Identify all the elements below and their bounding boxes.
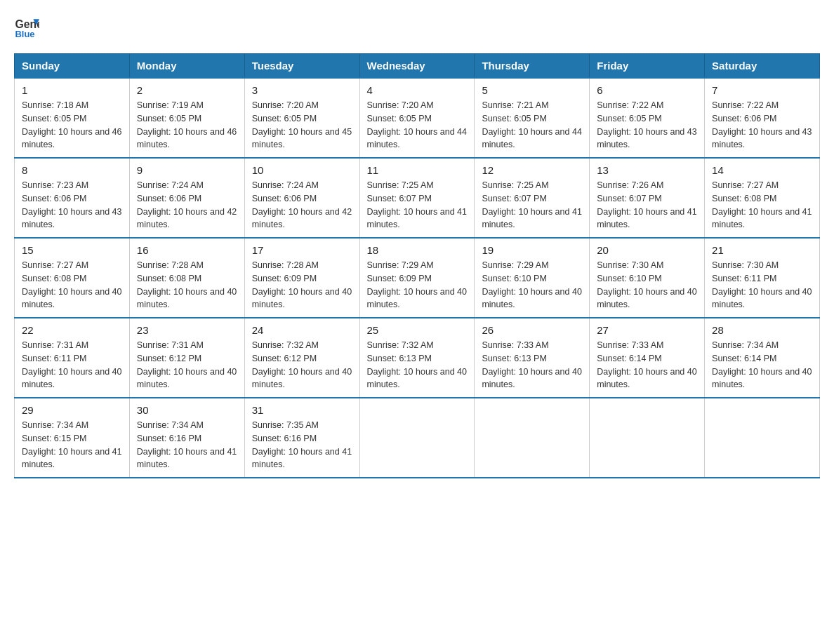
calendar-cell: 17 Sunrise: 7:28 AMSunset: 6:09 PMDaylig… [244,238,359,318]
day-number: 19 [482,244,582,256]
svg-text:Blue: Blue [15,29,34,39]
page-header: General Blue [14,14,820,39]
calendar-week-row: 22 Sunrise: 7:31 AMSunset: 6:11 PMDaylig… [15,318,820,398]
day-info: Sunrise: 7:32 AMSunset: 6:13 PMDaylight:… [367,340,467,389]
calendar-cell: 15 Sunrise: 7:27 AMSunset: 6:08 PMDaylig… [15,238,130,318]
day-info: Sunrise: 7:25 AMSunset: 6:07 PMDaylight:… [367,180,467,229]
day-number: 25 [367,324,468,336]
day-info: Sunrise: 7:33 AMSunset: 6:14 PMDaylight:… [597,340,696,389]
day-number: 15 [22,244,122,256]
weekday-header-wednesday: Wednesday [359,54,475,79]
calendar-cell: 10 Sunrise: 7:24 AMSunset: 6:06 PMDaylig… [244,158,359,238]
calendar-week-row: 8 Sunrise: 7:23 AMSunset: 6:06 PMDayligh… [15,158,820,238]
logo-icon: General Blue [14,14,39,39]
day-number: 21 [712,244,812,256]
day-info: Sunrise: 7:30 AMSunset: 6:10 PMDaylight:… [597,260,696,309]
day-number: 10 [252,164,352,176]
day-info: Sunrise: 7:20 AMSunset: 6:05 PMDaylight:… [252,100,352,149]
calendar-cell: 13 Sunrise: 7:26 AMSunset: 6:07 PMDaylig… [590,158,705,238]
calendar-cell [590,398,705,478]
calendar-cell: 27 Sunrise: 7:33 AMSunset: 6:14 PMDaylig… [590,318,705,398]
calendar-cell: 11 Sunrise: 7:25 AMSunset: 6:07 PMDaylig… [359,158,475,238]
day-number: 14 [712,164,812,176]
weekday-header-sunday: Sunday [15,54,130,79]
calendar-cell: 16 Sunrise: 7:28 AMSunset: 6:08 PMDaylig… [129,238,244,318]
day-number: 7 [712,84,812,96]
day-number: 3 [252,84,352,96]
calendar-week-row: 1 Sunrise: 7:18 AMSunset: 6:05 PMDayligh… [15,78,820,158]
weekday-header-tuesday: Tuesday [244,54,359,79]
day-number: 18 [367,244,468,256]
day-info: Sunrise: 7:24 AMSunset: 6:06 PMDaylight:… [137,180,237,229]
day-number: 30 [137,404,237,416]
day-number: 29 [22,404,122,416]
calendar-cell: 7 Sunrise: 7:22 AMSunset: 6:06 PMDayligh… [705,78,820,158]
calendar-cell: 25 Sunrise: 7:32 AMSunset: 6:13 PMDaylig… [359,318,475,398]
calendar-cell: 2 Sunrise: 7:19 AMSunset: 6:05 PMDayligh… [129,78,244,158]
calendar-week-row: 15 Sunrise: 7:27 AMSunset: 6:08 PMDaylig… [15,238,820,318]
day-info: Sunrise: 7:33 AMSunset: 6:13 PMDaylight:… [482,340,581,389]
calendar-cell: 29 Sunrise: 7:34 AMSunset: 6:15 PMDaylig… [15,398,130,478]
calendar-cell: 5 Sunrise: 7:21 AMSunset: 6:05 PMDayligh… [475,78,590,158]
day-number: 27 [597,324,697,336]
day-info: Sunrise: 7:34 AMSunset: 6:16 PMDaylight:… [137,420,237,469]
day-info: Sunrise: 7:24 AMSunset: 6:06 PMDaylight:… [252,180,352,229]
calendar-cell: 30 Sunrise: 7:34 AMSunset: 6:16 PMDaylig… [129,398,244,478]
calendar-cell [475,398,590,478]
day-number: 4 [367,84,468,96]
calendar-cell: 14 Sunrise: 7:27 AMSunset: 6:08 PMDaylig… [705,158,820,238]
weekday-header-saturday: Saturday [705,54,820,79]
calendar-cell: 24 Sunrise: 7:32 AMSunset: 6:12 PMDaylig… [244,318,359,398]
day-number: 8 [22,164,122,176]
day-number: 6 [597,84,697,96]
calendar-cell: 23 Sunrise: 7:31 AMSunset: 6:12 PMDaylig… [129,318,244,398]
day-number: 5 [482,84,582,96]
calendar-cell: 21 Sunrise: 7:30 AMSunset: 6:11 PMDaylig… [705,238,820,318]
day-info: Sunrise: 7:28 AMSunset: 6:08 PMDaylight:… [137,260,237,309]
day-number: 31 [252,404,352,416]
calendar-cell: 12 Sunrise: 7:25 AMSunset: 6:07 PMDaylig… [475,158,590,238]
day-number: 12 [482,164,582,176]
day-number: 28 [712,324,812,336]
day-number: 13 [597,164,697,176]
weekday-header-friday: Friday [590,54,705,79]
day-number: 22 [22,324,122,336]
day-info: Sunrise: 7:29 AMSunset: 6:10 PMDaylight:… [482,260,581,309]
calendar-cell: 19 Sunrise: 7:29 AMSunset: 6:10 PMDaylig… [475,238,590,318]
calendar-cell: 8 Sunrise: 7:23 AMSunset: 6:06 PMDayligh… [15,158,130,238]
day-info: Sunrise: 7:34 AMSunset: 6:15 PMDaylight:… [22,420,121,469]
weekday-header-row: SundayMondayTuesdayWednesdayThursdayFrid… [15,54,820,79]
day-number: 2 [137,84,237,96]
logo: General Blue [14,14,44,39]
day-info: Sunrise: 7:26 AMSunset: 6:07 PMDaylight:… [597,180,696,229]
day-number: 9 [137,164,237,176]
day-info: Sunrise: 7:35 AMSunset: 6:16 PMDaylight:… [252,420,352,469]
day-info: Sunrise: 7:27 AMSunset: 6:08 PMDaylight:… [712,180,812,229]
day-info: Sunrise: 7:21 AMSunset: 6:05 PMDaylight:… [482,100,581,149]
calendar-cell: 6 Sunrise: 7:22 AMSunset: 6:05 PMDayligh… [590,78,705,158]
weekday-header-monday: Monday [129,54,244,79]
weekday-header-thursday: Thursday [475,54,590,79]
calendar-table: SundayMondayTuesdayWednesdayThursdayFrid… [14,53,820,478]
day-number: 24 [252,324,352,336]
calendar-cell: 20 Sunrise: 7:30 AMSunset: 6:10 PMDaylig… [590,238,705,318]
calendar-cell: 31 Sunrise: 7:35 AMSunset: 6:16 PMDaylig… [244,398,359,478]
day-number: 16 [137,244,237,256]
day-number: 20 [597,244,697,256]
calendar-cell: 1 Sunrise: 7:18 AMSunset: 6:05 PMDayligh… [15,78,130,158]
calendar-cell [359,398,475,478]
day-number: 23 [137,324,237,336]
day-info: Sunrise: 7:20 AMSunset: 6:05 PMDaylight:… [367,100,467,149]
day-info: Sunrise: 7:32 AMSunset: 6:12 PMDaylight:… [252,340,352,389]
day-info: Sunrise: 7:34 AMSunset: 6:14 PMDaylight:… [712,340,812,389]
day-info: Sunrise: 7:31 AMSunset: 6:11 PMDaylight:… [22,340,121,389]
day-number: 26 [482,324,582,336]
day-info: Sunrise: 7:22 AMSunset: 6:06 PMDaylight:… [712,100,812,149]
calendar-cell [705,398,820,478]
day-info: Sunrise: 7:22 AMSunset: 6:05 PMDaylight:… [597,100,696,149]
day-info: Sunrise: 7:27 AMSunset: 6:08 PMDaylight:… [22,260,121,309]
day-number: 11 [367,164,468,176]
day-info: Sunrise: 7:31 AMSunset: 6:12 PMDaylight:… [137,340,237,389]
calendar-week-row: 29 Sunrise: 7:34 AMSunset: 6:15 PMDaylig… [15,398,820,478]
day-info: Sunrise: 7:23 AMSunset: 6:06 PMDaylight:… [22,180,121,229]
